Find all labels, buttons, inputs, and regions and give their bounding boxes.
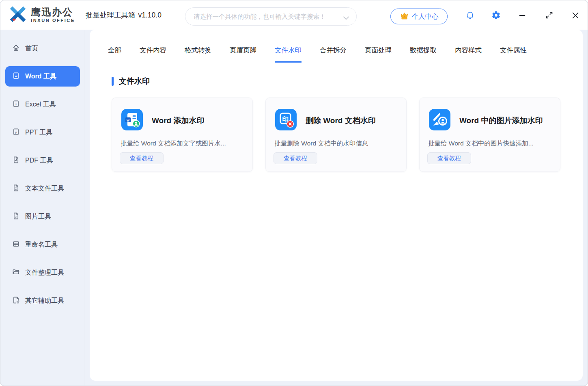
- sidebar-item-image-tools[interactable]: 图片工具: [5, 206, 80, 227]
- view-tutorial-button[interactable]: 查看教程: [120, 152, 164, 164]
- view-tutorial-button[interactable]: 查看教程: [427, 152, 471, 164]
- chevron-down-icon[interactable]: [343, 15, 349, 19]
- maximize-icon: [545, 11, 554, 21]
- sidebar: 首页 w Word 工具 x Excel 工具: [0, 30, 84, 386]
- card-title: Word 中的图片添加水印: [459, 115, 543, 126]
- main-panel: 全部 文件内容 格式转换 页眉页脚 文件水印 合并拆分 页面处理 数据提取 内容…: [90, 30, 583, 381]
- app-window: 鹰迅办公 INXUN OFFICE 批量处理工具箱 v1.10.0 个人中心: [0, 0, 588, 386]
- notifications-button[interactable]: [464, 10, 476, 22]
- card-description: 批量给 Word 文档添加文字或图片水...: [121, 139, 247, 148]
- category-tabbar: 全部 文件内容 格式转换 页眉页脚 文件水印 合并拆分 页面处理 数据提取 内容…: [102, 30, 571, 62]
- tab-file-content[interactable]: 文件内容: [140, 46, 166, 63]
- sidebar-item-label: 首页: [25, 44, 38, 53]
- sidebar-item-label: 重命名工具: [25, 241, 58, 249]
- svg-text:p: p: [15, 130, 17, 134]
- app-logo: 鹰迅办公 INXUN OFFICE: [9, 5, 75, 25]
- tab-all[interactable]: 全部: [108, 46, 121, 63]
- app-title: 批量处理工具箱 v1.10.0: [86, 0, 162, 30]
- logo-x-icon: [9, 5, 27, 25]
- sidebar-item-misc-tools[interactable]: 其它辅助工具: [5, 291, 80, 311]
- card-head: 印 删除 Word 文档水印: [266, 98, 406, 132]
- sidebar-item-excel-tools[interactable]: x Excel 工具: [5, 94, 80, 115]
- section-accent-bar: [112, 77, 114, 86]
- excel-doc-icon: x: [12, 100, 20, 109]
- sidebar-item-label: 其它辅助工具: [25, 297, 64, 305]
- home-icon: [12, 44, 20, 53]
- card-title: Word 添加水印: [152, 115, 204, 126]
- text-file-icon: [12, 184, 20, 193]
- brand-text: 鹰迅办公 INXUN OFFICE: [31, 7, 75, 23]
- sidebar-item-label: PPT 工具: [25, 128, 52, 137]
- folder-icon: [12, 268, 20, 278]
- card-description: 批量给 Word 文档中的图片快速添加...: [428, 139, 554, 148]
- sidebar-item-rename-tools[interactable]: 重命名工具: [5, 234, 80, 255]
- tab-file-props[interactable]: 文件属性: [500, 46, 527, 63]
- card-head: Word 中的图片添加水印: [420, 98, 560, 132]
- word-add-watermark-icon: w: [121, 109, 143, 132]
- close-icon: [571, 11, 580, 21]
- tab-page-process[interactable]: 页面处理: [365, 46, 392, 63]
- image-file-icon: [12, 212, 20, 221]
- gear-icon: [491, 11, 501, 21]
- ppt-doc-icon: p: [12, 128, 20, 137]
- tool-card-remove-word-watermark[interactable]: 印 删除 Word 文档水印 批量删除 Word 文档中的水印信息 查看教程: [265, 98, 407, 172]
- sidebar-item-label: 图片工具: [25, 213, 51, 221]
- user-center-button[interactable]: 个人中心: [390, 9, 448, 24]
- svg-text:w: w: [14, 74, 17, 78]
- sidebar-item-ppt-tools[interactable]: p PPT 工具: [5, 122, 80, 143]
- app-title-text: 批量处理工具箱: [86, 10, 136, 20]
- crown-icon: [400, 11, 409, 22]
- brand-name-cn: 鹰迅办公: [31, 7, 75, 17]
- sidebar-item-label: Excel 工具: [25, 100, 56, 109]
- sidebar-item-pdf-tools[interactable]: PDF 工具: [5, 150, 80, 171]
- sidebar-item-text-file-tools[interactable]: 文本文件工具: [5, 178, 80, 199]
- view-tutorial-button[interactable]: 查看教程: [274, 152, 317, 164]
- bell-icon: [465, 11, 475, 21]
- section-title: 文件水印: [119, 76, 150, 87]
- tab-format-convert[interactable]: 格式转换: [185, 46, 211, 63]
- app-version: v1.10.0: [138, 11, 162, 20]
- maximize-button[interactable]: [543, 10, 555, 22]
- sidebar-item-label: PDF 工具: [25, 156, 53, 165]
- minimize-button[interactable]: [517, 10, 528, 22]
- word-image-watermark-icon: [429, 109, 450, 132]
- card-title: 删除 Word 文档水印: [306, 115, 376, 126]
- svg-text:x: x: [15, 102, 17, 106]
- svg-text:w: w: [126, 118, 130, 122]
- word-doc-icon: w: [12, 72, 20, 81]
- tab-content-style[interactable]: 内容样式: [455, 46, 482, 63]
- sidebar-item-file-organize-tools[interactable]: 文件整理工具: [5, 262, 80, 283]
- misc-tools-icon: [12, 296, 20, 306]
- sidebar-item-label: 文件整理工具: [25, 269, 64, 277]
- tool-card-grid: w Word 添加水印 批量给 Word 文档添加文字或图片水... 查看教程: [112, 98, 583, 172]
- card-head: w Word 添加水印: [112, 98, 252, 132]
- tool-card-word-image-watermark[interactable]: Word 中的图片添加水印 批量给 Word 文档中的图片快速添加... 查看教…: [419, 98, 560, 172]
- search-input[interactable]: [194, 13, 340, 20]
- sidebar-item-label: 文本文件工具: [25, 184, 64, 193]
- pdf-doc-icon: [12, 156, 20, 165]
- settings-button[interactable]: [490, 10, 502, 22]
- tab-file-watermark[interactable]: 文件水印: [275, 46, 302, 63]
- tab-merge-split[interactable]: 合并拆分: [320, 46, 347, 63]
- titlebar: 鹰迅办公 INXUN OFFICE 批量处理工具箱 v1.10.0 个人中心: [0, 0, 588, 30]
- sidebar-item-word-tools[interactable]: w Word 工具: [5, 66, 80, 87]
- tab-header-footer[interactable]: 页眉页脚: [230, 46, 256, 63]
- user-center-label: 个人中心: [412, 12, 439, 21]
- minimize-icon: [518, 11, 527, 21]
- word-remove-watermark-icon: 印: [275, 109, 297, 132]
- card-description: 批量删除 Word 文档中的水印信息: [274, 139, 401, 148]
- sidebar-item-home[interactable]: 首页: [5, 38, 80, 59]
- function-search-box[interactable]: [185, 7, 357, 26]
- sidebar-item-label: Word 工具: [25, 72, 56, 81]
- rename-table-icon: [12, 240, 20, 249]
- tab-data-extract[interactable]: 数据提取: [410, 46, 437, 63]
- section-header: 文件水印: [112, 76, 583, 87]
- tool-card-word-add-watermark[interactable]: w Word 添加水印 批量给 Word 文档添加文字或图片水... 查看教程: [112, 98, 253, 172]
- close-button[interactable]: [570, 10, 581, 22]
- brand-name-en: INXUN OFFICE: [31, 18, 75, 23]
